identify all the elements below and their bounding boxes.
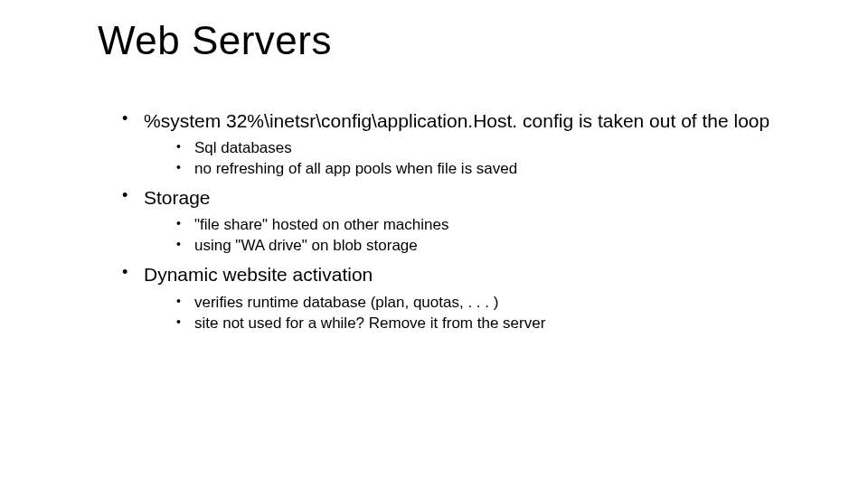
sub-bullet-list: "file share" hosted on other machines us…: [169, 215, 814, 257]
sub-bullet-item: site not used for a while? Remove it fro…: [169, 314, 814, 334]
bullet-item: Storage "file share" hosted on other mac…: [113, 185, 814, 257]
sub-bullet-text: no refreshing of all app pools when file…: [194, 160, 517, 177]
sub-bullet-text: verifies runtime database (plan, quotas,…: [194, 294, 498, 311]
sub-bullet-item: verifies runtime database (plan, quotas,…: [169, 293, 814, 314]
bullet-text: %system 32%\inetsr\config\application.Ho…: [144, 110, 769, 131]
sub-bullet-item: Sql databases: [169, 138, 814, 159]
sub-bullet-item: "file share" hosted on other machines: [169, 215, 814, 236]
sub-bullet-text: site not used for a while? Remove it fro…: [194, 314, 545, 332]
sub-bullet-list: Sql databases no refreshing of all app p…: [169, 138, 814, 180]
bullet-text: Storage: [144, 187, 211, 208]
bullet-list: %system 32%\inetsr\config\application.Ho…: [113, 108, 814, 334]
bullet-item: Dynamic website activation verifies runt…: [113, 262, 814, 333]
bullet-text: Dynamic website activation: [144, 264, 373, 285]
slide-title: Web Servers: [98, 18, 868, 63]
sub-bullet-item: no refreshing of all app pools when file…: [169, 159, 814, 180]
sub-bullet-text: Sql databases: [194, 139, 292, 156]
sub-bullet-list: verifies runtime database (plan, quotas,…: [169, 293, 814, 334]
sub-bullet-text: using "WA drive" on blob storage: [194, 237, 418, 254]
sub-bullet-item: using "WA drive" on blob storage: [169, 236, 814, 257]
sub-bullet-text: "file share" hosted on other machines: [194, 216, 448, 233]
bullet-item: %system 32%\inetsr\config\application.Ho…: [113, 108, 814, 180]
